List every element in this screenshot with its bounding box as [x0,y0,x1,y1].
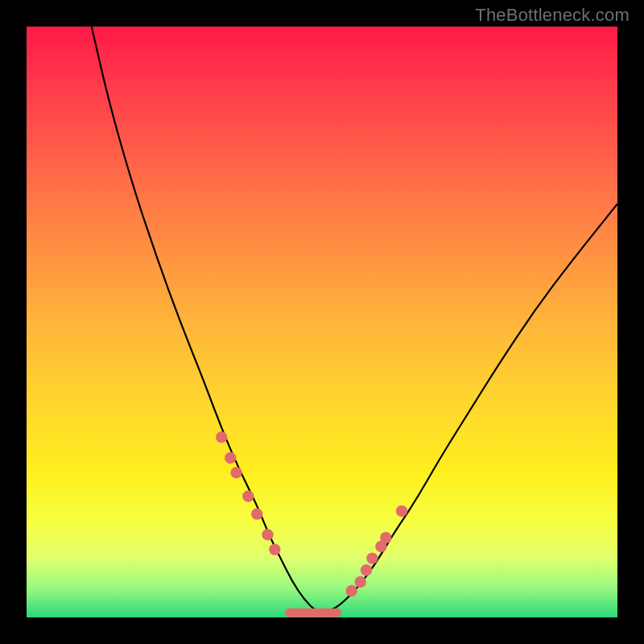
chart-overlay [27,27,617,617]
marker-point [380,532,391,543]
marker-point [242,490,254,502]
marker-point [361,564,372,576]
bottleneck-curve [92,27,617,612]
marker-point [346,585,357,597]
marker-point [355,576,366,588]
marker-point [251,508,262,519]
marker-point [225,452,236,464]
watermark-text: TheBottleneck.com [475,5,630,26]
marker-point [262,529,273,540]
marker-point [216,431,227,443]
chart-canvas: TheBottleneck.com [0,0,644,644]
marker-point [269,543,280,555]
marker-point [366,552,378,564]
marker-point [396,506,407,517]
marker-group [216,431,407,597]
marker-point [230,467,242,478]
